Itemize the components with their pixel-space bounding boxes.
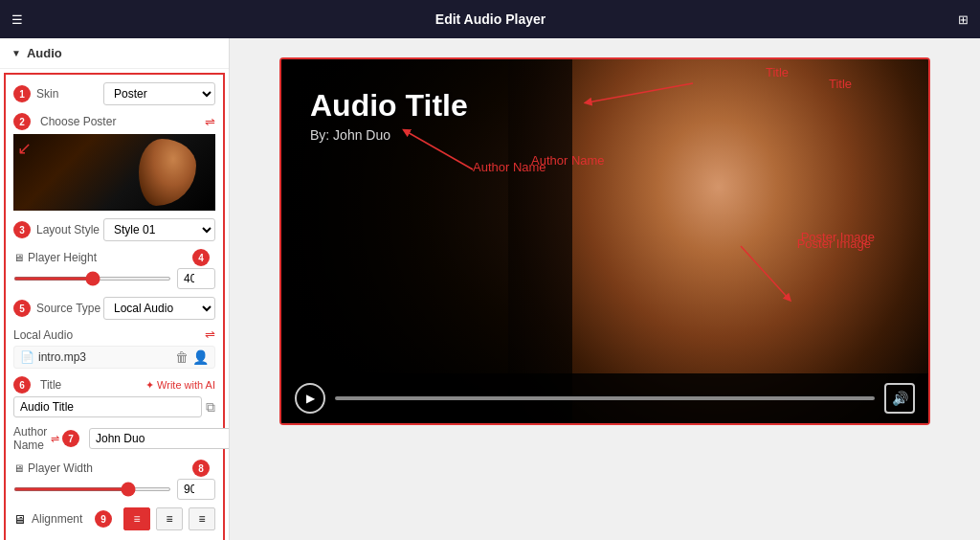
author-link-icon[interactable]: ⇌ xyxy=(51,433,59,445)
poster-face xyxy=(139,139,196,206)
title-input-row: ⧉ xyxy=(13,396,215,417)
align-center-button[interactable]: ≡ xyxy=(156,507,183,530)
play-icon: ▶ xyxy=(306,392,315,405)
poster-thumbnail xyxy=(13,134,215,211)
align-badge: 9 xyxy=(95,510,112,528)
player-height-slider[interactable] xyxy=(13,277,171,281)
source-type-label: Source Type xyxy=(36,302,103,315)
align-monitor-icon: 🖥 xyxy=(13,512,26,527)
poster-label-row: 2 Choose Poster ⇌ xyxy=(13,113,215,130)
grid-icon[interactable]: ⊞ xyxy=(958,12,969,27)
height-badge: 4 xyxy=(192,249,210,266)
layout-style-label: Layout Style xyxy=(36,223,103,236)
title-header: 6 Title ✦ Write with AI xyxy=(13,376,215,394)
alignment-row: 🖥 Alignment 9 ≡ ≡ ≡ xyxy=(13,507,215,530)
write-ai-button[interactable]: ✦ Write with AI xyxy=(145,379,215,392)
file-name: intro.mp3 xyxy=(38,350,171,364)
page-title: Edit Audio Player xyxy=(23,11,958,27)
skin-select[interactable]: Poster xyxy=(103,82,215,105)
file-delete-icon[interactable]: 🗑 xyxy=(175,349,189,365)
title-label: Title xyxy=(40,378,61,392)
player-width-label: Player Width xyxy=(28,461,192,475)
section-arrow-icon: ▼ xyxy=(11,48,21,58)
author-row: Author Name ⇌ 7 🗑 xyxy=(13,425,215,452)
volume-icon: 🔊 xyxy=(892,391,908,406)
section-label: Audio xyxy=(27,46,62,60)
main-layout: ▼ Audio 1 Skin Poster 2 Choose Poster xyxy=(0,38,980,540)
player-text-overlay: Audio Title By: John Duo xyxy=(310,88,468,143)
layout-style-row: 3 Layout Style Style 01 xyxy=(13,218,215,241)
source-badge: 5 xyxy=(13,300,31,317)
player-width-value[interactable]: 900 xyxy=(177,479,215,500)
poster-label: Choose Poster xyxy=(40,115,116,128)
player-width-slider[interactable] xyxy=(13,487,171,491)
file-row: 📄 intro.mp3 🗑 👤 xyxy=(13,346,215,369)
player-width-label-row: 🖥 Player Width 8 xyxy=(13,460,215,477)
poster-badge: 2 xyxy=(13,113,31,130)
sidebar-content: 1 Skin Poster 2 Choose Poster ⇌ xyxy=(4,73,225,540)
file-person-icon[interactable]: 👤 xyxy=(192,349,209,365)
source-type-row: 5 Source Type Local Audio xyxy=(13,297,215,320)
player-width-slider-row: 900 xyxy=(13,479,215,500)
poster-area[interactable]: ↙ xyxy=(13,134,215,211)
width-badge: 8 xyxy=(192,460,210,477)
player-title: Audio Title xyxy=(310,88,468,124)
source-type-select[interactable]: Local Audio xyxy=(103,297,215,320)
main-content: Title Author Name Poster Image Audio Tit… xyxy=(230,38,980,540)
player-height-label: Player Height xyxy=(28,251,192,264)
skin-badge: 1 xyxy=(13,85,31,102)
local-audio-link-icon[interactable]: ⇌ xyxy=(205,327,215,342)
player-background: Audio Title By: John Duo xyxy=(281,59,928,423)
volume-button[interactable]: 🔊 xyxy=(884,383,915,414)
poster-link-icon[interactable]: ⇌ xyxy=(205,115,215,129)
file-actions: 🗑 👤 xyxy=(175,349,209,365)
player-height-slider-row: 400 xyxy=(13,268,215,289)
title-input[interactable] xyxy=(13,396,202,417)
local-audio-header: Local Audio ⇌ xyxy=(13,327,215,342)
player-preview: Audio Title By: John Duo xyxy=(279,57,930,425)
title-copy-icon[interactable]: ⧉ xyxy=(206,399,215,416)
alignment-label: Alignment xyxy=(32,512,89,526)
top-bar: ☰ Edit Audio Player ⊞ xyxy=(0,0,980,38)
hamburger-icon[interactable]: ☰ xyxy=(11,12,23,27)
progress-bar[interactable] xyxy=(335,396,875,400)
title-badge: 6 xyxy=(13,376,31,394)
title-field-row: 6 Title ✦ Write with AI ⧉ xyxy=(13,376,215,417)
section-header[interactable]: ▼ Audio xyxy=(0,38,229,69)
skin-row: 1 Skin Poster xyxy=(13,82,215,105)
layout-style-select[interactable]: Style 01 xyxy=(103,218,215,241)
width-monitor-icon: 🖥 xyxy=(13,462,24,474)
author-label: Author Name ⇌ 7 xyxy=(13,425,85,452)
monitor-icon: 🖥 xyxy=(13,252,24,263)
skin-label: Skin xyxy=(36,87,103,101)
choose-poster-row: 2 Choose Poster ⇌ ↙ xyxy=(13,113,215,211)
align-right-button[interactable]: ≡ xyxy=(189,507,215,530)
player-height-row: 🖥 Player Height 4 400 xyxy=(13,249,215,289)
player-author: By: John Duo xyxy=(310,127,468,143)
author-input[interactable] xyxy=(89,428,230,449)
file-icon: 📄 xyxy=(20,350,34,364)
play-button[interactable]: ▶ xyxy=(295,383,325,414)
player-height-value[interactable]: 400 xyxy=(177,268,215,289)
author-badge: 7 xyxy=(62,430,79,447)
align-left-button[interactable]: ≡ xyxy=(123,507,150,530)
local-audio-label: Local Audio xyxy=(13,328,73,342)
player-height-label-row: 🖥 Player Height 4 xyxy=(13,249,215,266)
audio-controls: ▶ 🔊 xyxy=(281,373,928,423)
layout-badge: 3 xyxy=(13,221,31,238)
sidebar: ▼ Audio 1 Skin Poster 2 Choose Poster xyxy=(0,38,230,540)
poster-arrow-icon: ↙ xyxy=(17,138,32,159)
player-width-row: 🖥 Player Width 8 900 xyxy=(13,460,215,500)
